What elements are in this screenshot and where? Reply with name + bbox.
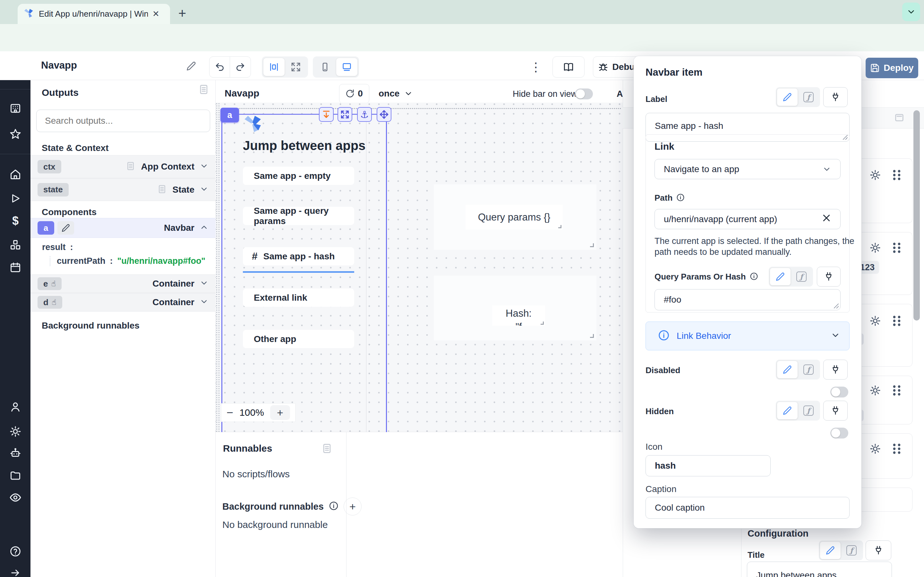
component-row-container-e[interactable]: e ☝ Container <box>31 274 216 293</box>
hidden-toggle[interactable] <box>830 428 848 438</box>
rail-doc-icon[interactable] <box>894 112 905 123</box>
expand-handle[interactable] <box>338 107 352 122</box>
full-width-layout-button[interactable] <box>285 58 306 76</box>
sidebar-item-home[interactable] <box>8 167 23 182</box>
drag-handle-icon[interactable] <box>892 242 901 253</box>
chevron-down-icon[interactable] <box>200 161 208 172</box>
fx-button[interactable]: ƒ <box>791 268 812 285</box>
run-mode-label: once <box>379 89 399 99</box>
undo-button[interactable] <box>210 57 230 77</box>
caption-input[interactable]: Cool caption <box>646 497 850 519</box>
sidebar-item-help[interactable] <box>8 544 23 559</box>
mobile-view-button[interactable] <box>314 58 336 76</box>
sidebar-item-runs[interactable] <box>8 191 23 206</box>
connect-plug-button[interactable] <box>817 267 841 287</box>
zoom-in-button[interactable]: + <box>270 405 290 420</box>
connect-plug-button[interactable] <box>823 359 848 380</box>
qph-textarea[interactable]: #foo <box>654 289 841 310</box>
sidebar-expand-arrow-icon[interactable] <box>8 566 23 577</box>
docs-book-button[interactable] <box>552 56 585 77</box>
hash-text-box[interactable]: Hash: "f <box>492 306 545 326</box>
drag-handle-icon[interactable] <box>892 315 901 327</box>
static-pencil-button[interactable] <box>777 402 798 419</box>
sidebar-item-workers[interactable] <box>8 446 23 460</box>
zoom-out-button[interactable]: − <box>226 406 233 419</box>
component-tag[interactable]: a <box>220 108 239 122</box>
drag-handle-icon[interactable] <box>892 443 901 455</box>
fx-button[interactable]: ƒ <box>798 361 819 378</box>
connect-plug-button[interactable] <box>823 87 848 107</box>
static-pencil-button[interactable] <box>820 542 841 559</box>
add-background-runnable-button[interactable]: + <box>344 498 362 516</box>
browser-tab[interactable]: Edit App u/henri/navapp | Win ✕ <box>18 4 170 24</box>
sidebar-item-audit[interactable] <box>8 490 23 505</box>
deploy-button[interactable]: Deploy <box>866 58 918 78</box>
drag-handle-icon[interactable] <box>892 169 901 181</box>
new-tab-button[interactable]: + <box>173 5 191 23</box>
move-handle[interactable] <box>376 107 391 122</box>
chevron-down-icon[interactable] <box>200 297 208 308</box>
disabled-toggle[interactable] <box>830 387 848 398</box>
static-pencil-button[interactable] <box>777 361 798 378</box>
chevron-down-icon[interactable] <box>200 185 208 195</box>
nav-item-same-app-empty[interactable]: Same app - empty <box>243 167 354 185</box>
insert-row-handle[interactable] <box>319 107 334 122</box>
sidebar-item-favorites[interactable] <box>8 127 23 141</box>
sidebar-item-apps[interactable] <box>8 101 23 116</box>
disabled-edit-mode-group: ƒ <box>776 359 820 380</box>
nav-item-external-link[interactable]: External link <box>243 288 354 307</box>
link-behavior-collapsible[interactable]: Link Behavior <box>646 322 850 350</box>
search-outputs-input[interactable] <box>36 110 210 132</box>
sidebar-item-users[interactable] <box>8 400 23 414</box>
rename-pencil-icon[interactable] <box>184 60 198 72</box>
outputs-doc-icon[interactable] <box>198 84 209 95</box>
rail-scrollbar[interactable] <box>913 110 920 321</box>
gear-icon[interactable] <box>869 169 882 181</box>
fx-button[interactable]: ƒ <box>841 542 862 559</box>
tab-search-chevron-button[interactable] <box>902 3 920 21</box>
component-row-container-d[interactable]: d ☝ Container <box>31 293 216 311</box>
sidebar-item-schedules[interactable] <box>8 260 23 275</box>
runnables-doc-icon[interactable] <box>321 443 333 454</box>
static-pencil-button[interactable] <box>777 89 798 106</box>
gear-icon[interactable] <box>869 442 882 455</box>
sidebar-item-settings[interactable] <box>8 424 23 439</box>
clear-x-icon[interactable] <box>822 213 831 225</box>
output-row-ctx[interactable]: ctx App Context <box>31 155 216 178</box>
nav-item-same-app-query-params[interactable]: Same app - query params <box>243 207 354 225</box>
nav-item-other-app[interactable]: Other app <box>243 330 354 348</box>
sidebar-item-variables[interactable]: $ <box>8 213 23 228</box>
refresh-count-button[interactable]: 0 <box>339 84 369 103</box>
sidebar-item-resources[interactable] <box>8 237 23 252</box>
chevron-down-icon[interactable] <box>200 279 208 289</box>
gear-icon[interactable] <box>869 384 882 397</box>
edit-pencil-icon[interactable] <box>57 221 74 235</box>
more-options-kebab-icon[interactable]: ⋮ <box>529 56 543 77</box>
gear-icon[interactable] <box>869 242 882 254</box>
sidebar-item-folders[interactable] <box>8 468 23 483</box>
redo-button[interactable] <box>230 57 250 77</box>
fx-button[interactable]: ƒ <box>798 402 819 419</box>
path-input[interactable]: u/henri/navapp (current app) <box>654 209 841 229</box>
selection-right-border[interactable] <box>386 108 387 432</box>
drag-handle-icon[interactable] <box>892 385 901 396</box>
fx-button[interactable]: ƒ <box>798 89 819 106</box>
component-row-navbar[interactable]: a Navbar <box>31 218 216 238</box>
connect-plug-button[interactable] <box>866 540 891 560</box>
nav-item-same-app-hash[interactable]: # Same app - hash <box>243 247 354 266</box>
anchor-handle[interactable]: ⚓ <box>357 107 372 122</box>
link-type-select[interactable]: Navigate to an app <box>654 159 841 179</box>
query-params-text-box[interactable]: Query params {} <box>465 205 563 229</box>
connect-plug-button[interactable] <box>823 401 848 421</box>
output-row-state[interactable]: state State <box>31 178 216 201</box>
icon-input[interactable]: hash <box>646 455 771 476</box>
desktop-view-button[interactable] <box>336 58 357 76</box>
centered-layout-button[interactable] <box>263 58 284 76</box>
title-input[interactable]: Jump between apps <box>747 562 892 577</box>
hide-bar-toggle[interactable] <box>575 89 593 99</box>
tab-close-icon[interactable]: ✕ <box>152 9 160 19</box>
run-mode-dropdown[interactable]: once <box>379 84 413 103</box>
chevron-up-icon[interactable] <box>200 223 208 233</box>
gear-icon[interactable] <box>869 314 882 327</box>
static-pencil-button[interactable] <box>770 268 790 285</box>
